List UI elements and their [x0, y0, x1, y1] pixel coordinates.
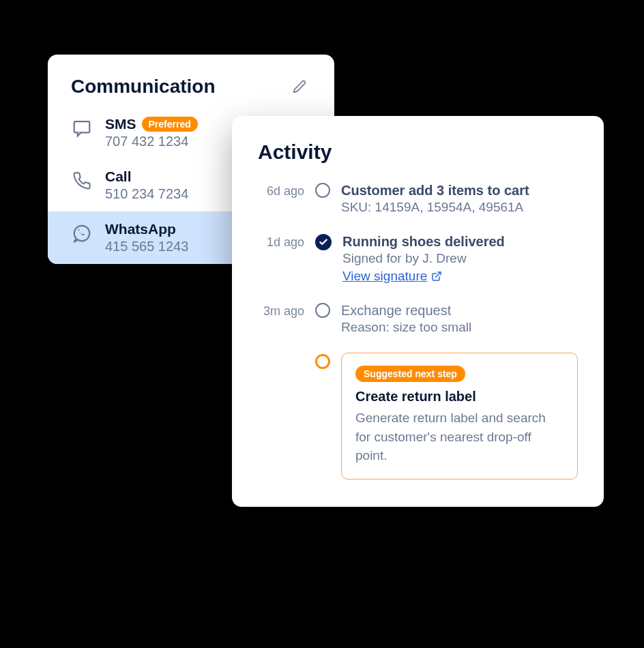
activity-time-empty	[258, 354, 304, 355]
activity-item-delivered: 1d ago Running shoes delivered Signed fo…	[258, 234, 578, 284]
svg-rect-0	[74, 121, 90, 132]
activity-line2: SKU: 14159A, 15954A, 49561A	[341, 200, 578, 215]
external-link-icon	[431, 271, 442, 282]
activity-title: Activity	[258, 141, 578, 164]
phone-icon	[71, 170, 93, 192]
communication-header: Communication	[48, 75, 334, 106]
suggestion-desc: Generate return label and search for cus…	[355, 409, 564, 465]
activity-line1: Exchange request	[341, 303, 578, 319]
activity-item-exchange: 3m ago Exchange request Reason: size too…	[258, 303, 578, 335]
link-text: View signature	[342, 269, 427, 284]
activity-line2: Reason: size too small	[341, 320, 578, 335]
sms-icon	[71, 117, 93, 139]
comm-label-whatsapp: WhatsApp	[105, 221, 188, 237]
comm-value-sms: 707 432 1234	[105, 134, 198, 149]
circle-open-icon	[315, 183, 330, 198]
activity-time: 1d ago	[258, 234, 304, 250]
svg-point-1	[74, 226, 90, 241]
activity-item-cart: 6d ago Customer add 3 items to cart SKU:…	[258, 183, 578, 215]
pencil-icon	[293, 80, 306, 93]
suggestion-box[interactable]: Suggested next step Create return label …	[341, 353, 578, 480]
activity-line1: Running shoes delivered	[342, 234, 578, 250]
comm-value-whatsapp: 415 565 1243	[105, 239, 188, 254]
circle-orange-icon	[315, 354, 330, 369]
activity-time: 6d ago	[258, 183, 304, 198]
activity-line2: Signed for by J. Drew	[342, 251, 578, 266]
comm-label-sms: SMS	[105, 116, 136, 132]
check-circle-icon	[315, 234, 332, 250]
comm-label-call: Call	[105, 168, 188, 185]
suggestion-badge: Suggested next step	[355, 366, 465, 382]
activity-line1: Customer add 3 items to cart	[341, 183, 578, 198]
view-signature-link[interactable]: View signature	[342, 269, 442, 284]
communication-title: Communication	[71, 76, 216, 98]
activity-suggestion: Suggested next step Create return label …	[258, 354, 578, 480]
whatsapp-icon	[71, 222, 93, 244]
preferred-badge: Preferred	[142, 117, 198, 132]
edit-button[interactable]	[288, 75, 311, 98]
activity-time: 3m ago	[258, 303, 304, 319]
activity-card: Activity 6d ago Customer add 3 items to …	[232, 116, 604, 507]
comm-value-call: 510 234 7234	[105, 186, 188, 202]
suggestion-title: Create return label	[355, 389, 564, 404]
circle-open-icon	[315, 303, 330, 318]
svg-line-2	[436, 272, 441, 277]
